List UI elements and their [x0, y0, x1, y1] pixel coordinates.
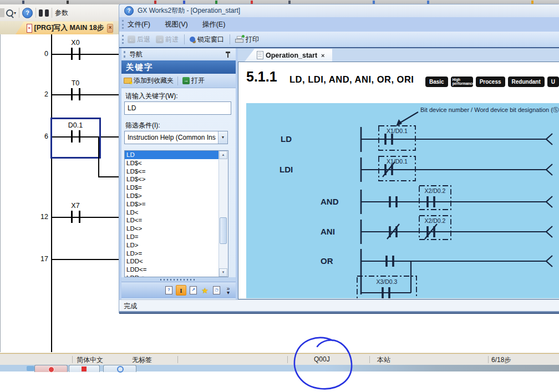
contents-tab-button[interactable]: ?: [164, 286, 174, 295]
main-status-bar: 简体中文 无标签 Q00J 本站 6/18步: [0, 353, 559, 365]
diagram-annotation: Bit device number / Word device bit desi…: [420, 106, 559, 114]
forward-label: 前进: [165, 35, 179, 44]
help-status-text: 完成: [124, 302, 137, 311]
filter-dropdown[interactable]: Instruction Help (Common Ins ▼: [124, 131, 228, 144]
menu-view[interactable]: 视图(V): [165, 20, 188, 29]
help-toolbar: ← 后退 → 前进 锁定窗口 打印: [119, 32, 559, 47]
device-operand-label: X1/D0.1: [379, 128, 415, 134]
help-content-pane: Operation_start × 5.1.1 LD, LDI, AND, AN…: [238, 48, 559, 299]
lock-window-label: 锁定窗口: [197, 35, 224, 44]
list-item[interactable]: LD>=: [125, 250, 228, 258]
favorites-tab-button[interactable]: ★: [200, 286, 210, 295]
back-button[interactable]: ← 后退: [128, 35, 150, 44]
help-button[interactable]: ?: [22, 8, 33, 18]
clipped-icon: [373, 1, 375, 4]
add-favorite-icon: [124, 78, 132, 84]
more-tabs-button[interactable]: »▾: [223, 286, 233, 295]
page-icon: [257, 51, 263, 59]
menu-file[interactable]: 文件(F): [128, 20, 150, 29]
tab-prg-main[interactable]: » [PRG]写入 MAIN 18步 ×: [16, 22, 113, 34]
badge-basic: Basic: [425, 77, 448, 87]
device-label: T0: [59, 79, 92, 87]
magnifier-icon: [6, 9, 13, 17]
blue-app-icon: [117, 366, 124, 373]
menu-operate[interactable]: 操作(E): [202, 20, 226, 29]
lock-window-button[interactable]: 锁定窗口: [190, 35, 224, 44]
clipped-icon: [288, 1, 291, 4]
forward-arrow-icon: →: [156, 35, 164, 43]
red-app-icon: [82, 366, 87, 371]
help-status-bar: 完成: [119, 299, 559, 311]
taskbar-icon[interactable]: [27, 366, 34, 371]
taskbar-button[interactable]: [103, 365, 136, 372]
toolbar-separator: [35, 8, 36, 18]
keyword-tab-button[interactable]: I: [176, 285, 186, 296]
keyword-input[interactable]: [124, 101, 231, 115]
device-label: X7: [59, 202, 92, 210]
branch-vertical-line: [98, 136, 99, 177]
keyword-pane-header: 关键字: [121, 60, 236, 74]
parameters-button[interactable]: 参数: [55, 8, 68, 18]
list-item[interactable]: LDD<=: [125, 266, 228, 274]
autohide-pin-icon[interactable]: [226, 52, 230, 58]
chevron-down-icon: ▾: [14, 11, 16, 16]
dropdown-arrow-icon[interactable]: ▼: [218, 131, 227, 144]
window-bottom-border: [119, 311, 559, 314]
taskbar-button[interactable]: [34, 365, 68, 372]
device-label: X0: [59, 39, 92, 47]
print-button[interactable]: 打印: [235, 35, 259, 44]
doc-tab-close-button[interactable]: ×: [321, 52, 324, 59]
cpu-series-badges: Basic High performance Process Redundant…: [425, 77, 559, 87]
list-item[interactable]: LD$>: [125, 192, 228, 200]
list-item[interactable]: LD<=: [125, 216, 228, 225]
doc-tab-label: Operation_start: [266, 52, 317, 59]
forward-button[interactable]: → 前进: [156, 35, 179, 44]
find-binoculars-button[interactable]: [39, 9, 49, 17]
add-favorite-button[interactable]: 添加到收藏夹: [134, 76, 174, 85]
clipped-icon: [251, 1, 253, 4]
scrollbar-thumb[interactable]: [220, 217, 227, 244]
rung-line: [51, 259, 120, 260]
search-icon: ↗: [190, 286, 197, 294]
list-item[interactable]: LD$=: [125, 184, 228, 192]
status-steps: 6/18步: [491, 355, 511, 365]
list-item[interactable]: LD$<: [125, 159, 228, 167]
scroll-down-icon[interactable]: ▼: [219, 268, 227, 277]
list-item[interactable]: LD>: [125, 241, 228, 250]
cursor-selection-box: [50, 118, 101, 159]
step-number: 6: [31, 133, 48, 140]
tab-operation-start[interactable]: Operation_start ×: [245, 49, 332, 62]
step-number: 2: [31, 90, 48, 98]
list-item[interactable]: LD: [125, 151, 228, 159]
scroll-up-icon[interactable]: ▲: [219, 151, 227, 159]
list-item[interactable]: LD$<=: [125, 167, 228, 176]
section-number: 5.1.1: [246, 69, 277, 85]
badge-universal-clipped: U: [547, 77, 559, 87]
list-item[interactable]: LD<>: [125, 225, 228, 233]
device-search-button[interactable]: ▾: [6, 9, 16, 17]
favorites-toolbar: 添加到收藏夹 → 打开: [121, 74, 236, 88]
clipped-toolbar-strip: [0, 0, 559, 4]
history-tab-button[interactable]: ◷: [212, 286, 221, 295]
taskbar-button[interactable]: [69, 365, 100, 372]
navigation-panel: 导航 关键字 添加到收藏夹 → 打开 请输入关键字(W): 筛选条件(I): I…: [121, 48, 236, 299]
ladder-editor[interactable]: 0 X0 2 T0 6 D0.1 12 X7 17: [0, 34, 120, 352]
list-scrollbar[interactable]: ▲ ▼: [218, 151, 228, 277]
search-tab-button[interactable]: ↗: [189, 286, 198, 295]
list-item[interactable]: LD$<>: [125, 175, 228, 184]
contact-bar: [79, 88, 80, 100]
list-item[interactable]: LD=: [125, 233, 228, 241]
open-button[interactable]: 打开: [191, 76, 205, 85]
section-heading: LD, LDI, AND, ANI, OR, ORI: [289, 74, 414, 85]
tab-close-button[interactable]: ×: [107, 24, 113, 33]
list-item[interactable]: LD<: [125, 208, 228, 217]
instruction-label: AND: [321, 197, 339, 206]
keyword-listbox[interactable]: LD LD$< LD$<= LD$<> LD$= LD$> LD$>= LD< …: [124, 150, 228, 277]
list-item[interactable]: LDD<: [125, 257, 228, 266]
status-plc-type: Q00J: [314, 355, 330, 363]
list-item[interactable]: LD$>=: [125, 200, 228, 208]
toolbar-separator: [19, 8, 19, 18]
panel-splitter[interactable]: [121, 277, 236, 282]
ladder-left-rail: [51, 34, 52, 352]
help-title-bar[interactable]: ? GX Works2帮助 - [Operation_start]: [119, 4, 559, 17]
